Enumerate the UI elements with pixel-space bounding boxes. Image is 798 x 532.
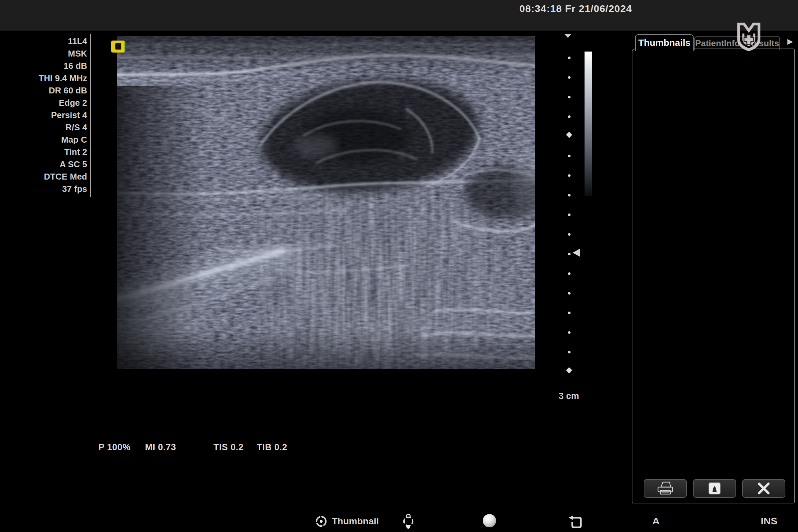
param-rs: R/S 4: [13, 121, 87, 134]
thumbnails-panel: [632, 49, 795, 504]
tab-overflow-arrow-icon[interactable]: ▶: [787, 37, 793, 46]
trackball-indicator-icon: [401, 513, 416, 529]
tab-thumbnails[interactable]: Thumbnails: [635, 34, 694, 51]
param-map: Map C: [13, 134, 87, 146]
depth-ruler: [567, 56, 572, 390]
close-icon: [757, 482, 771, 494]
grayscale-bar: [585, 52, 592, 196]
insert-mode-indicator: INS: [761, 515, 777, 527]
datetime-display: 08:34:18 Fr 21/06/2024: [519, 3, 632, 14]
param-framerate: 37 fps: [13, 183, 87, 195]
focus-position-marker-icon[interactable]: [573, 249, 580, 257]
ultrasound-screen: 08:34:18 Fr 21/06/2024 11L4 MSK 16 dB TH…: [0, 0, 798, 532]
thumbnail-label[interactable]: Thumbnail: [332, 516, 379, 527]
param-dynamic-range: DR 60 dB: [13, 84, 87, 97]
capture-export-button[interactable]: [693, 479, 736, 498]
tib-readout: TIB 0.2: [257, 442, 287, 453]
tab-patientinfo[interactable]: PatientInfo: [695, 38, 740, 49]
print-button[interactable]: [644, 479, 687, 498]
acquisition-parameter-list: 11L4 MSK 16 dB THI 9.4 MHz DR 60 dB Edge…: [13, 35, 87, 195]
param-gain: 16 dB: [13, 60, 87, 72]
parameter-divider: [90, 34, 91, 197]
param-preset: MSK: [13, 48, 87, 60]
close-button[interactable]: [742, 479, 785, 498]
param-frequency: THI 9.4 MHz: [13, 72, 87, 84]
thumbnail-rotate-icon: [315, 515, 328, 528]
depth-label: 3 cm: [558, 391, 579, 401]
brand-logo-icon: [735, 22, 763, 52]
param-edge: Edge 2: [13, 97, 87, 109]
param-transducer: 11L4: [13, 35, 87, 48]
probe-orientation-marker-icon: [111, 41, 125, 53]
ultrasound-texture: [117, 36, 535, 369]
param-persist: Persist 4: [13, 109, 87, 121]
param-dtce: DTCE Med: [13, 171, 87, 183]
tis-readout: TIS 0.2: [213, 442, 244, 453]
mi-readout: MI 0.73: [145, 442, 176, 453]
printer-icon: [656, 481, 674, 496]
bmode-ultrasound-image[interactable]: [117, 36, 535, 369]
return-button[interactable]: [568, 515, 583, 529]
ruler-top-marker-icon: [564, 34, 572, 38]
capture-export-icon: [708, 482, 721, 495]
param-asc: A SC 5: [13, 158, 87, 171]
trackball-status-ball: [483, 514, 496, 527]
annotation-mode-indicator: A: [652, 515, 660, 527]
return-icon: [568, 515, 583, 529]
top-bar: [0, 0, 798, 31]
param-tint: Tint 2: [13, 146, 87, 158]
thumbnail-button[interactable]: [315, 515, 328, 528]
tab-thumbnails-label: Thumbnails: [638, 38, 690, 48]
power-readout: P 100%: [98, 442, 131, 453]
